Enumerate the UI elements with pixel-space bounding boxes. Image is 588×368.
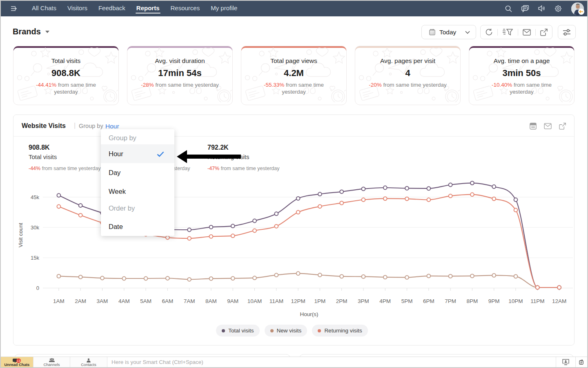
svg-text:6PM: 6PM xyxy=(423,298,434,304)
svg-text:5AM: 5AM xyxy=(140,298,151,304)
svg-text:3AM: 3AM xyxy=(97,298,108,304)
svg-text:5PM: 5PM xyxy=(401,298,413,304)
svg-text:12AM: 12AM xyxy=(552,298,566,304)
svg-text:10PM: 10PM xyxy=(508,298,523,304)
svg-text:4PM: 4PM xyxy=(379,298,391,304)
svg-text:45k: 45k xyxy=(31,194,39,200)
svg-text:2PM: 2PM xyxy=(336,298,347,304)
svg-text:Visit count: Visit count xyxy=(18,223,24,247)
svg-text:7PM: 7PM xyxy=(445,298,456,304)
svg-text:9AM: 9AM xyxy=(227,298,238,304)
svg-text:1AM: 1AM xyxy=(53,298,65,304)
svg-text:12PM: 12PM xyxy=(291,298,305,304)
svg-text:7AM: 7AM xyxy=(184,298,195,304)
svg-text:8AM: 8AM xyxy=(205,298,217,304)
svg-text:3PM: 3PM xyxy=(358,298,369,304)
svg-text:9PM: 9PM xyxy=(488,298,500,304)
svg-text:15k: 15k xyxy=(31,255,39,261)
svg-text:Hour(s): Hour(s) xyxy=(300,311,318,317)
svg-text:1PM: 1PM xyxy=(314,298,325,304)
svg-text:4AM: 4AM xyxy=(118,298,130,304)
svg-text:11AM: 11AM xyxy=(270,298,283,304)
svg-text:6AM: 6AM xyxy=(162,298,173,304)
svg-text:0: 0 xyxy=(36,285,39,291)
svg-text:11PM: 11PM xyxy=(530,298,544,304)
svg-text:10AM: 10AM xyxy=(247,298,262,304)
svg-text:2AM: 2AM xyxy=(75,298,86,304)
svg-text:30k: 30k xyxy=(31,224,39,231)
svg-text:8PM: 8PM xyxy=(467,298,478,304)
